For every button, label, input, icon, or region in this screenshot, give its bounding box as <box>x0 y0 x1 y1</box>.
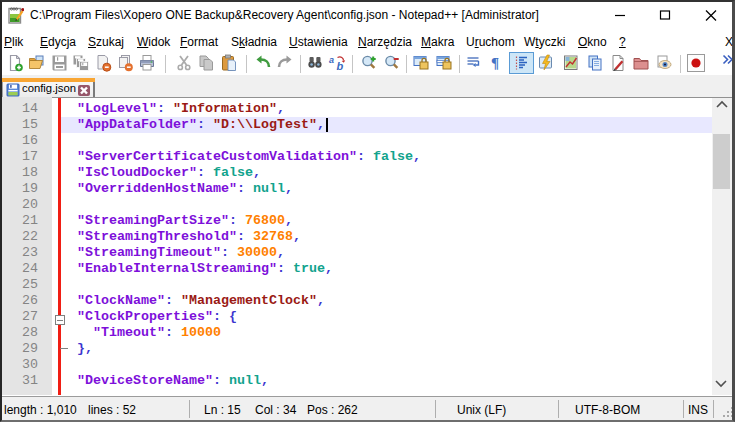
svg-text:¶: ¶ <box>491 55 499 71</box>
svg-text:a: a <box>329 55 334 65</box>
